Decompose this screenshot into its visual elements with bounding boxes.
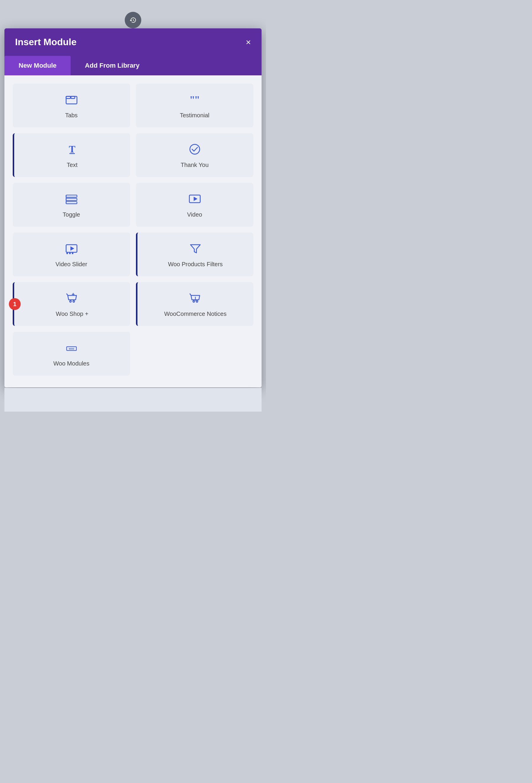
badge-1: 1 [9, 298, 21, 310]
svg-text:": " [194, 94, 200, 106]
module-card-woocommerce-notices[interactable]: WooCommerce Notices [136, 282, 253, 326]
svg-point-18 [71, 253, 73, 254]
svg-text:T: T [69, 144, 75, 155]
module-card-testimonial[interactable]: " " Testimonial [136, 84, 253, 127]
thank-you-label: Thank You [181, 161, 209, 169]
woo-modules-icon: woo [65, 341, 78, 355]
module-grid: Tabs " " Testimonial T Text [4, 75, 261, 387]
svg-line-21 [67, 294, 68, 295]
bottom-area [4, 388, 261, 412]
testimonial-icon: " " [188, 93, 201, 107]
woo-shop-plus-label: Woo Shop + [56, 310, 88, 318]
testimonial-label: Testimonial [180, 112, 209, 119]
svg-line-26 [190, 294, 191, 295]
modal-tabs: New Module Add From Library [4, 56, 261, 75]
video-icon [188, 192, 201, 207]
tab-new-module[interactable]: New Module [4, 56, 71, 75]
woo-products-filters-label: Woo Products Filters [168, 260, 223, 268]
video-slider-icon [65, 242, 78, 256]
filter-icon [189, 242, 202, 256]
woocommerce-notices-label: WooCommerce Notices [164, 310, 227, 318]
svg-rect-8 [66, 195, 77, 197]
insert-module-modal: Insert Module × New Module Add From Libr… [4, 28, 261, 387]
svg-text:woo: woo [68, 347, 74, 350]
text-label: Text [67, 161, 78, 169]
svg-point-17 [69, 253, 71, 254]
module-card-toggle[interactable]: Toggle [13, 183, 130, 227]
video-slider-label: Video Slider [56, 260, 87, 268]
history-button[interactable] [125, 12, 141, 28]
text-icon: T [66, 143, 79, 157]
module-card-tabs[interactable]: Tabs [13, 84, 130, 127]
svg-rect-1 [66, 96, 70, 98]
svg-point-24 [193, 301, 195, 302]
history-icon [129, 17, 136, 24]
toggle-label: Toggle [63, 211, 80, 218]
module-card-woo-products-filters[interactable]: Woo Products Filters [136, 232, 253, 276]
modal-title: Insert Module [15, 37, 76, 48]
woocommerce-notices-icon [189, 292, 202, 306]
module-card-woo-shop-plus[interactable]: 1 Woo Shop + [13, 282, 130, 326]
close-button[interactable]: × [246, 38, 251, 47]
tabs-label: Tabs [65, 112, 77, 119]
thank-you-icon [188, 143, 201, 157]
svg-point-16 [66, 253, 68, 254]
svg-rect-10 [66, 201, 77, 203]
module-card-thank-you[interactable]: Thank You [136, 133, 253, 177]
svg-rect-9 [66, 198, 77, 200]
svg-point-7 [190, 145, 199, 154]
woo-shop-plus-icon [66, 292, 79, 306]
video-label: Video [187, 211, 202, 218]
svg-marker-15 [70, 246, 74, 251]
woo-modules-label: Woo Modules [54, 359, 90, 367]
svg-marker-13 [194, 197, 197, 201]
module-card-text[interactable]: T Text [13, 133, 130, 177]
svg-point-20 [73, 301, 75, 302]
svg-point-25 [196, 301, 198, 302]
module-card-video-slider[interactable]: Video Slider [13, 232, 130, 276]
module-card-woo-modules[interactable]: woo Woo Modules [13, 332, 130, 376]
svg-rect-0 [66, 96, 77, 104]
module-card-video[interactable]: Video [136, 183, 253, 227]
modal-header: Insert Module × [4, 28, 261, 56]
svg-point-19 [70, 301, 71, 302]
empty-cell [136, 332, 253, 376]
toggle-icon [65, 192, 78, 207]
tabs-icon [65, 93, 78, 107]
svg-rect-2 [71, 96, 75, 98]
tab-add-from-library[interactable]: Add From Library [71, 56, 154, 75]
